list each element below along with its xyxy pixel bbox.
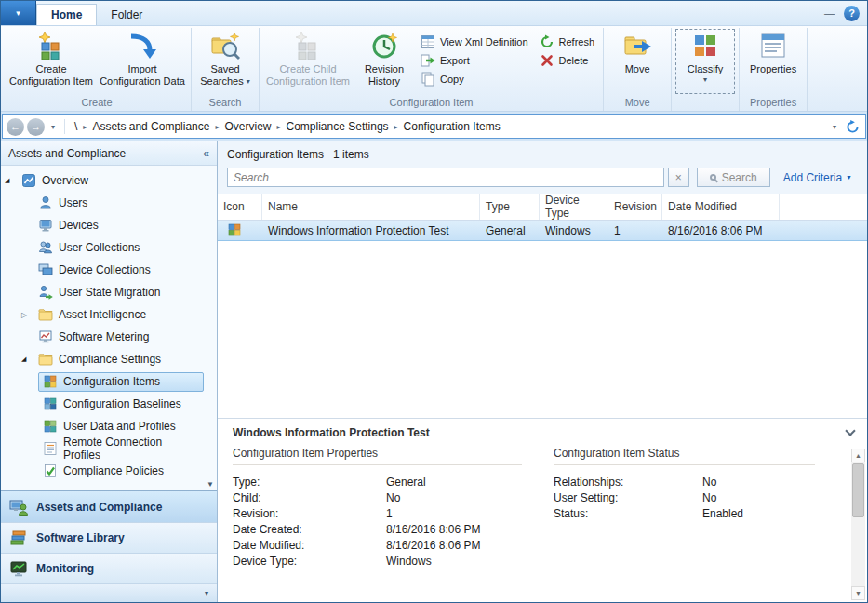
view-xml-definition-icon [421, 34, 435, 49]
tree-item-device-collections[interactable]: Device Collections [1, 259, 217, 281]
breadcrumb-item[interactable]: Assets and Compliance [88, 120, 213, 133]
collapse-sidebar-icon[interactable]: « [203, 147, 209, 160]
button-label: Configuration Data [100, 75, 185, 87]
tab-home[interactable]: Home [36, 4, 97, 25]
search-icon [710, 174, 716, 181]
help-icon[interactable]: ? [844, 6, 860, 21]
column-header-date-modified[interactable]: Date Modified [662, 194, 780, 220]
expand-icon[interactable]: ▷ [21, 311, 33, 319]
breadcrumb-item[interactable]: Compliance Settings [283, 120, 393, 133]
configuration-item-status-section: Configuration Item Status Relationships:… [554, 447, 847, 602]
tree-item-software-metering[interactable]: Software Metering [1, 326, 217, 348]
ribbon-group-move: Move Move [604, 28, 672, 111]
expand-icon[interactable]: ◢ [5, 177, 17, 184]
tree-item-users[interactable]: Users [1, 192, 217, 214]
import-configuration-data-button[interactable]: Import Configuration Data [97, 28, 188, 95]
minimize-ribbon-icon[interactable]: — [824, 7, 835, 19]
breadcrumb-separator-icon[interactable]: ▸ [213, 123, 220, 131]
tree-item-configuration-baselines[interactable]: Configuration Baselines [1, 393, 217, 415]
delete-button[interactable]: Delete [534, 51, 601, 70]
create-configuration-item-button[interactable]: Create Configuration Item [6, 28, 97, 95]
refresh-button[interactable]: Refresh [534, 33, 601, 51]
column-header-type[interactable]: Type [480, 194, 540, 220]
workspace-assets-and-compliance[interactable]: Assets and Compliance [1, 491, 217, 522]
tree-item-user-state-migration[interactable]: User State Migration [1, 281, 217, 303]
scrollbar-track[interactable] [851, 462, 865, 586]
cell-device-type: Windows [540, 224, 608, 237]
ribbon-group-label: Create [6, 96, 188, 111]
asset-intelligence-folder-icon [38, 307, 53, 322]
expand-icon[interactable]: ◢ [21, 355, 33, 363]
tree-item-compliance-policies[interactable]: Compliance Policies [1, 460, 217, 482]
delete-icon [540, 53, 554, 68]
tree-item-user-data-and-profiles[interactable]: User Data and Profiles [1, 415, 217, 437]
app-menu-button[interactable]: ▾ [1, 1, 36, 25]
properties-button[interactable]: Properties [742, 28, 804, 95]
column-header-name[interactable]: Name [262, 194, 480, 220]
compliance-policies-icon [43, 463, 58, 478]
classify-button[interactable]: Classify ▾ [674, 28, 736, 95]
column-header-revision[interactable]: Revision [608, 194, 662, 220]
clear-search-button[interactable]: × [668, 168, 689, 187]
copy-button[interactable]: Copy [415, 70, 534, 88]
workspace-options[interactable]: ▾ [1, 583, 217, 602]
tree-item-user-collections[interactable]: User Collections [1, 236, 217, 259]
address-dropdown[interactable]: ▾ [829, 123, 840, 131]
breadcrumb-separator-icon[interactable]: ▸ [393, 123, 400, 131]
sidebar-title: Assets and Compliance [8, 147, 126, 160]
detail-value: General [386, 475, 426, 490]
export-button[interactable]: Export [415, 51, 534, 70]
column-header-icon[interactable]: Icon [218, 194, 262, 220]
add-criteria-link[interactable]: Add Criteria ▼ [774, 171, 860, 184]
tree-item-devices[interactable]: Devices [1, 214, 217, 236]
detail-label: Device Type: [233, 554, 386, 570]
details-scrollbar[interactable]: ▲ ▼ [851, 449, 865, 600]
tree-item-overview[interactable]: ◢ Overview [1, 169, 217, 192]
configuration-item-properties-section: Configuration Item Properties Type:Gener… [233, 447, 554, 602]
breadcrumb-item[interactable]: Overview [220, 120, 274, 133]
configuration-items-icon [43, 374, 58, 389]
create-child-configuration-item-button[interactable]: Create Child Configuration Item [262, 28, 354, 95]
content: Assets and Compliance « ◢ Overview [1, 141, 867, 602]
detail-value: Windows [386, 554, 432, 570]
tree-item-label: Remote Connection Profiles [63, 436, 199, 462]
refresh-navigation-icon[interactable] [846, 120, 860, 134]
table-row[interactable]: Windows Information Protection Test Gene… [218, 221, 867, 241]
saved-searches-button[interactable]: Saved Searches ▾ [194, 28, 256, 95]
breadcrumb-separator-icon[interactable]: ▸ [274, 123, 282, 131]
breadcrumb-root[interactable]: \ [71, 120, 81, 133]
breadcrumb-item[interactable]: Configuration Items [400, 120, 504, 133]
view-xml-definition-button[interactable]: View Xml Definition [415, 33, 534, 51]
monitoring-icon [9, 559, 28, 578]
button-label: Copy [440, 74, 464, 85]
scrollbar-thumb[interactable] [852, 463, 864, 517]
back-button[interactable]: ← [7, 118, 24, 136]
workspace-label: Software Library [36, 531, 125, 544]
tab-folder[interactable]: Folder [97, 4, 156, 25]
workspace-software-library[interactable]: Software Library [1, 522, 217, 553]
move-button[interactable]: Move [607, 28, 668, 95]
collapse-details-icon[interactable] [845, 425, 855, 436]
scroll-up-button[interactable]: ▲ [851, 449, 865, 462]
ribbon-small-column: View Xml Definition Export Copy [415, 28, 534, 88]
column-header-device-type[interactable]: Device Type [540, 194, 608, 220]
tree-item-compliance-settings[interactable]: ◢ Compliance Settings [1, 348, 217, 370]
tree-item-asset-intelligence[interactable]: ▷ Asset Intelligence [1, 303, 217, 326]
button-label: Searches [200, 75, 243, 87]
scroll-down-button[interactable]: ▼ [851, 586, 865, 600]
nav-history-dropdown[interactable]: ▾ [47, 123, 59, 131]
create-child-configuration-item-icon [293, 31, 323, 60]
tree-scroll-down-button[interactable]: ▼ [207, 480, 214, 489]
button-label: Saved [210, 63, 239, 75]
forward-button[interactable]: → [27, 118, 45, 136]
search-input[interactable] [227, 168, 664, 187]
search-button[interactable]: Search [697, 168, 770, 187]
tree-item-configuration-items[interactable]: Configuration Items [1, 370, 217, 393]
workspace-monitoring[interactable]: Monitoring [1, 553, 217, 583]
tree-item-remote-connection-profiles[interactable]: Remote Connection Profiles [1, 437, 217, 460]
tree-item-label: Software Metering [59, 330, 149, 343]
revision-history-button[interactable]: Revision History [354, 28, 415, 95]
tree-item-label: Users [59, 196, 87, 209]
breadcrumb-separator-icon[interactable]: ▸ [81, 123, 88, 131]
button-label: Configuration Item [9, 75, 93, 87]
